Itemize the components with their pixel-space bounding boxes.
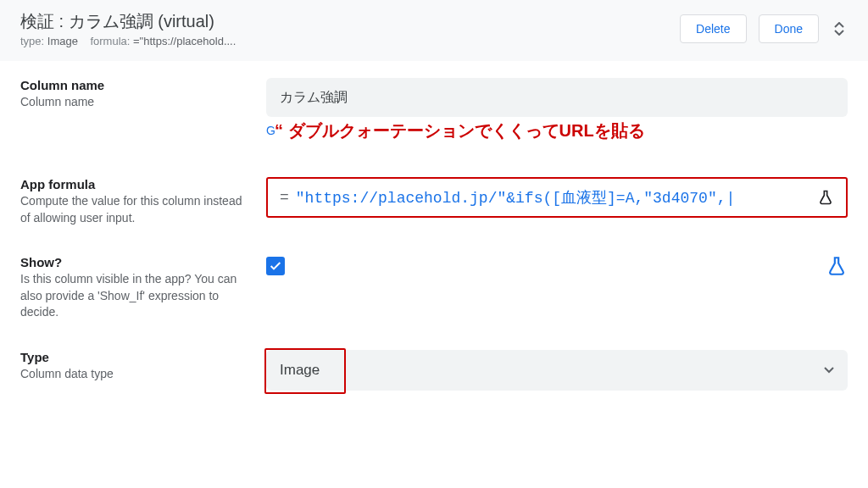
- app-formula-title: App formula: [20, 177, 253, 191]
- type-desc: Column data type: [20, 366, 253, 383]
- flask-icon[interactable]: [817, 189, 834, 206]
- done-button[interactable]: Done: [759, 14, 819, 43]
- show-desc: Is this column visible in the app? You c…: [20, 271, 253, 321]
- header-actions: Delete Done: [680, 14, 848, 43]
- type-label: type:: [20, 35, 44, 47]
- type-title: Type: [20, 350, 253, 364]
- app-formula-desc: Compute the value for this column instea…: [20, 193, 253, 226]
- type-value: Image: [47, 35, 78, 47]
- header-title-block: 検証 : カラム強調 (virtual) type: Image formula…: [20, 10, 236, 47]
- app-formula-input[interactable]: = "https://placehold.jp/"&ifs([血液型]=A,"3…: [266, 177, 848, 218]
- red-annotation: “ ダブルクォーテーションでくくってURLを貼る: [275, 119, 645, 142]
- formula-value: ="https://placehold....: [133, 35, 236, 47]
- page-title: 検証 : カラム強調 (virtual): [20, 10, 236, 33]
- reorder-icon[interactable]: [831, 19, 848, 39]
- formula-label: formula:: [90, 35, 130, 47]
- show-title: Show?: [20, 255, 253, 269]
- column-name-desc: Column name: [20, 94, 253, 111]
- column-name-input[interactable]: [266, 78, 848, 117]
- chevron-down-icon: [824, 367, 834, 374]
- check-icon: [269, 259, 282, 273]
- formula-text: "https://placehold.jp/"&ifs([血液型]=A,"3d4…: [296, 187, 735, 208]
- show-checkbox[interactable]: [266, 257, 285, 275]
- column-name-title: Column name: [20, 78, 253, 92]
- type-select-value: Image: [280, 362, 320, 379]
- flask-icon[interactable]: [826, 255, 848, 277]
- editor-header: 検証 : カラム強調 (virtual) type: Image formula…: [0, 0, 868, 61]
- page-subtitle: type: Image formula: ="https://placehold…: [20, 35, 236, 47]
- delete-button[interactable]: Delete: [680, 14, 746, 43]
- editor-body: Column name Column name Go to display op…: [0, 61, 868, 391]
- formula-equals: =: [280, 189, 289, 206]
- type-select[interactable]: Image: [266, 350, 848, 391]
